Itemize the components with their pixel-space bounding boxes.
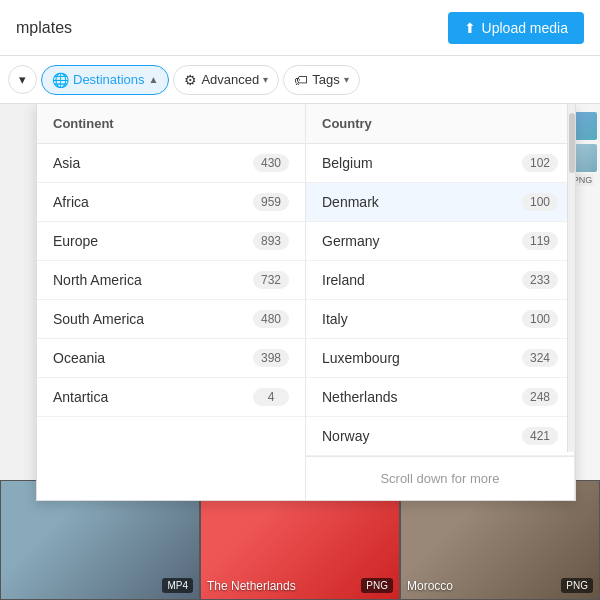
scroll-hint: Scroll down for more bbox=[306, 456, 574, 500]
header: mplates ⬆ Upload media bbox=[0, 0, 600, 56]
media-type-badge: MP4 bbox=[162, 578, 193, 593]
country-header: Country bbox=[306, 104, 574, 144]
media-type-badge: PNG bbox=[361, 578, 393, 593]
continent-column: Continent Asia430Africa959Europe893North… bbox=[37, 104, 306, 500]
continent-item[interactable]: Oceania398 bbox=[37, 339, 305, 378]
type-label: ▾ bbox=[19, 72, 26, 87]
chevron-down-icon: ▾ bbox=[263, 74, 268, 85]
tag-icon: 🏷 bbox=[294, 72, 308, 88]
country-column: Country Belgium102Denmark100Germany119Ir… bbox=[306, 104, 575, 500]
continent-item[interactable]: Asia430 bbox=[37, 144, 305, 183]
filter-bar: ▾ 🌐 Destinations ▲ ⚙ Advanced ▾ 🏷 Tags ▾ bbox=[0, 56, 600, 104]
globe-icon: 🌐 bbox=[52, 72, 69, 88]
upload-media-button[interactable]: ⬆ Upload media bbox=[448, 12, 584, 44]
country-item[interactable]: Netherlands248 bbox=[306, 378, 574, 417]
country-item[interactable]: Ireland233 bbox=[306, 261, 574, 300]
tags-filter-button[interactable]: 🏷 Tags ▾ bbox=[283, 65, 359, 95]
scrollbar-thumb[interactable] bbox=[569, 113, 575, 173]
country-item[interactable]: Luxembourg324 bbox=[306, 339, 574, 378]
destinations-dropdown: Continent Asia430Africa959Europe893North… bbox=[36, 104, 576, 501]
continent-item[interactable]: South America480 bbox=[37, 300, 305, 339]
continent-item[interactable]: North America732 bbox=[37, 261, 305, 300]
chevron-down-icon-tags: ▾ bbox=[344, 74, 349, 85]
country-list: Belgium102Denmark100Germany119Ireland233… bbox=[306, 144, 574, 456]
settings-icon: ⚙ bbox=[184, 72, 197, 88]
country-item[interactable]: Denmark100 bbox=[306, 183, 574, 222]
continent-header: Continent bbox=[37, 104, 305, 144]
destinations-filter-button[interactable]: 🌐 Destinations ▲ bbox=[41, 65, 169, 95]
page-title: mplates bbox=[16, 19, 72, 37]
image-title: The Netherlands bbox=[207, 579, 296, 593]
image-title: Morocco bbox=[407, 579, 453, 593]
continent-item[interactable]: Europe893 bbox=[37, 222, 305, 261]
upload-icon: ⬆ bbox=[464, 20, 476, 36]
continent-item[interactable]: Africa959 bbox=[37, 183, 305, 222]
type-filter-button[interactable]: ▾ bbox=[8, 65, 37, 94]
media-type-badge: PNG bbox=[561, 578, 593, 593]
scrollbar-track[interactable] bbox=[567, 104, 575, 452]
continent-list: Asia430Africa959Europe893North America73… bbox=[37, 144, 305, 417]
chevron-up-icon: ▲ bbox=[149, 74, 159, 85]
country-item[interactable]: Norway421 bbox=[306, 417, 574, 456]
continent-item[interactable]: Antartica4 bbox=[37, 378, 305, 417]
country-item[interactable]: Belgium102 bbox=[306, 144, 574, 183]
advanced-filter-button[interactable]: ⚙ Advanced ▾ bbox=[173, 65, 279, 95]
country-item[interactable]: Germany119 bbox=[306, 222, 574, 261]
country-item[interactable]: Italy100 bbox=[306, 300, 574, 339]
